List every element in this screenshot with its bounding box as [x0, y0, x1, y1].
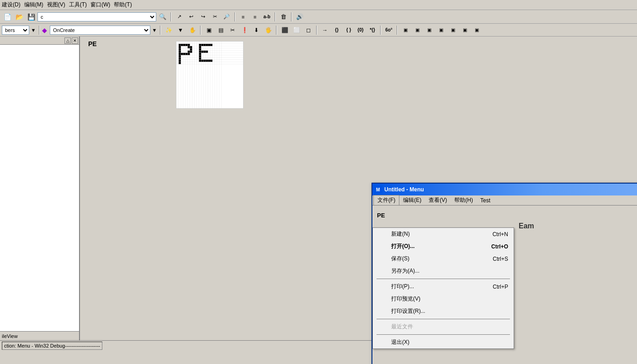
menu-content-area: PE 新建(N) Ctrl+N 打开(O)... Ctrl+O 保	[372, 206, 637, 364]
menu-view[interactable]: 视图(V)	[47, 1, 65, 9]
menu-item-saveas[interactable]: 另存为(A)...	[373, 265, 514, 277]
menu-help[interactable]: 帮助(T)	[114, 1, 132, 9]
btn-d1[interactable]: ▣	[203, 25, 214, 35]
menu-item-save[interactable]: 保存(S) Ctrl+S	[373, 253, 514, 265]
save-icon: 💾	[27, 13, 35, 21]
menu-edit[interactable]: 编辑(M)	[24, 1, 43, 9]
btn-a2[interactable]: ↩	[186, 12, 196, 22]
sound-btn[interactable]: 🔊	[294, 12, 305, 22]
delete-btn[interactable]: 🗑	[278, 12, 289, 22]
menu-item-print[interactable]: 打印(P)... Ctrl+P	[373, 280, 514, 293]
svg-rect-18	[179, 55, 181, 58]
btn-c1[interactable]: ✨	[163, 25, 174, 35]
menu-item-printsetup[interactable]: 打印设置(R)...	[373, 305, 514, 317]
menu-item-save-shortcut: Ctrl+S	[493, 256, 508, 262]
magic-icon: ✨	[165, 27, 172, 33]
menu-item-printpreview[interactable]: 打印预览(V)	[373, 293, 514, 305]
svg-rect-41	[208, 59, 210, 62]
btn-h2[interactable]: ▣	[412, 25, 423, 35]
left-panel-content[interactable]	[0, 45, 79, 331]
svg-rect-39	[203, 59, 206, 62]
btn-h4[interactable]: ▣	[435, 25, 446, 35]
undo-icon: ↩	[189, 14, 193, 20]
menu-help[interactable]: 帮助(H)	[451, 195, 477, 205]
btn-f4[interactable]: {0}	[355, 25, 366, 35]
btn-h1[interactable]: ▣	[400, 25, 411, 35]
btn-d4[interactable]: ❗	[239, 25, 250, 35]
grid-icon: ▤	[218, 27, 223, 33]
btn-e1[interactable]: ⬛	[279, 25, 290, 35]
menu-item-open[interactable]: 打开(O)... Ctrl+O	[373, 240, 514, 253]
btn-a3[interactable]: ↪	[197, 12, 208, 22]
menu-file[interactable]: 文件(F)	[373, 195, 399, 206]
sep-7	[200, 26, 201, 35]
menu-item-new[interactable]: 新建(N) Ctrl+N	[373, 228, 514, 240]
toolbar-2: bers ▼ ◆ OnCreate ▼ ✨ ▼ ✋ ▣ ▤ ✂ ❗ ⬇ 🖐 ⬛ …	[0, 24, 637, 37]
menu-item-print-label: 打印(P)...	[391, 283, 414, 290]
btn-a1[interactable]: ↗	[174, 12, 185, 22]
menu-window-titlebar: M Untitled - Menu _ □ ✕	[372, 184, 637, 195]
new-icon: 📄	[4, 13, 11, 21]
svg-rect-13	[179, 53, 181, 55]
btn-f1[interactable]: →	[319, 25, 330, 35]
svg-rect-22	[199, 44, 201, 46]
menu-window: M Untitled - Menu _ □ ✕ 文件(F) 编辑(E) 查看(V…	[372, 183, 637, 364]
btn-h6[interactable]: ▣	[459, 25, 470, 35]
btn-f2[interactable]: {}	[331, 25, 342, 35]
svg-rect-11	[188, 51, 190, 53]
exclaim-icon: ❗	[241, 27, 248, 33]
btn-d5[interactable]: ⬇	[251, 25, 262, 35]
btn-c2[interactable]: ▼	[175, 25, 186, 35]
svg-rect-4	[188, 44, 190, 46]
btn-b1[interactable]: ≡	[238, 12, 249, 22]
menu-view[interactable]: 查看(V)	[425, 195, 451, 205]
svg-rect-36	[199, 58, 201, 60]
btn-g1[interactable]: 6o°	[383, 25, 394, 35]
btn-f3[interactable]: { }	[343, 25, 354, 35]
menu-item-exit[interactable]: 退出(X)	[373, 336, 514, 348]
find-btn[interactable]: 🔍	[157, 12, 168, 22]
btn-e3[interactable]: ◻	[303, 25, 314, 35]
sep-2	[234, 12, 235, 21]
btn-f5[interactable]: *{}	[367, 25, 378, 35]
combo-dropdown-btn[interactable]: ▼	[30, 25, 37, 35]
svg-rect-35	[199, 55, 201, 58]
left-panel-pin-btn[interactable]: △	[64, 37, 71, 44]
pe-bitmap-svg	[176, 42, 244, 109]
open-file-btn[interactable]: 📂	[14, 12, 25, 22]
btn-a5[interactable]: 🔎	[221, 12, 232, 22]
btn-h7[interactable]: ▣	[471, 25, 482, 35]
btn-b3[interactable]: a-b	[261, 12, 272, 22]
btn-d6[interactable]: 🖐	[263, 25, 274, 35]
menu-tools[interactable]: 工具(T)	[69, 1, 87, 9]
menu-item-exit-label: 退出(X)	[391, 338, 409, 346]
file-combo-wrapper: c	[37, 12, 156, 21]
menu-edit[interactable]: 编辑(E)	[399, 195, 425, 205]
btn-d2[interactable]: ▤	[215, 25, 226, 35]
svg-rect-29	[199, 48, 201, 51]
btn-h3[interactable]: ▣	[424, 25, 435, 35]
btn-e2[interactable]: ⬜	[291, 25, 302, 35]
save-file-btn[interactable]: 💾	[26, 12, 37, 22]
ab-icon: a-b	[264, 14, 271, 19]
btn-h5[interactable]: ▣	[447, 25, 458, 35]
menu-window[interactable]: 窗口(W)	[90, 1, 110, 9]
eam-text: Eam	[519, 222, 534, 230]
curly4-icon: *{}	[370, 27, 375, 32]
btn-d3[interactable]: ✂	[227, 25, 238, 35]
members-combo[interactable]: bers	[2, 26, 29, 35]
method-combo[interactable]: OnCreate	[50, 26, 150, 35]
menu-item-printsetup-label: 打印设置(R)...	[391, 307, 425, 315]
btn-a4[interactable]: ✂	[209, 12, 220, 22]
left-panel-close-btn[interactable]: ✕	[72, 37, 78, 44]
menu-build[interactable]: 建设(D)	[2, 1, 21, 9]
menu-item-recentfiles-label: 最近文件	[391, 323, 413, 331]
file-combo[interactable]: c	[37, 12, 156, 21]
left-panel-tab[interactable]: ileView	[0, 331, 79, 340]
btn-b2[interactable]: ≡	[249, 12, 260, 22]
btn-c3[interactable]: ✋	[187, 25, 198, 35]
new-file-btn[interactable]: 📄	[2, 12, 13, 22]
dropdown-sep-1	[377, 279, 510, 279]
menu-test[interactable]: Test	[477, 196, 494, 205]
method-dropdown-btn[interactable]: ▼	[151, 25, 158, 35]
